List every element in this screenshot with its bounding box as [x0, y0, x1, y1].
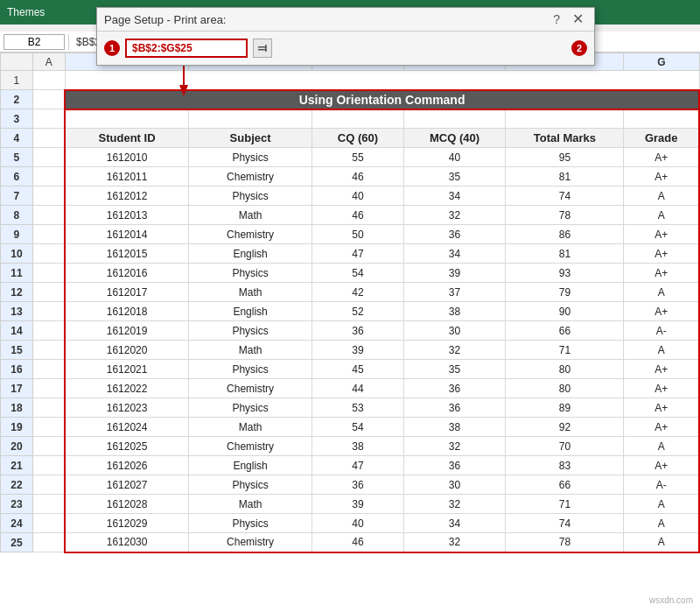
cell-a-15[interactable]: [32, 341, 65, 360]
cell-grade-10: A+: [624, 244, 699, 264]
table-row: 10 1612015 English 47 34 81 A+: [1, 244, 700, 264]
cell-subject-10: English: [188, 244, 312, 264]
row-header-7: 7: [1, 186, 33, 206]
table-row: 9 1612014 Chemistry 50 36 86 A+: [1, 225, 700, 244]
row-header-2: 2: [1, 90, 33, 109]
cell-a4[interactable]: [32, 129, 65, 148]
cell-mcq-8: 32: [403, 206, 506, 225]
cell-cq-8: 46: [312, 206, 403, 225]
cell-d3[interactable]: [312, 109, 403, 129]
row-header-17: 17: [1, 379, 33, 398]
cell-cq-21: 47: [312, 456, 403, 475]
collapse-button[interactable]: [253, 39, 272, 58]
header-grade: Grade: [624, 129, 699, 148]
header-total: Total Marks: [506, 129, 624, 148]
cell-total-10: 81: [506, 244, 624, 264]
cell-grade-9: A+: [624, 225, 699, 244]
cell-grade-6: A+: [624, 167, 699, 186]
cell-grade-23: A: [624, 495, 699, 514]
cell-e3[interactable]: [403, 109, 506, 129]
table-row: 11 1612016 Physics 54 39 93 A+: [1, 264, 700, 283]
cell-a-10[interactable]: [32, 244, 65, 264]
dialog-help-button[interactable]: ?: [550, 12, 564, 26]
table-row: 17 1612022 Chemistry 44 36 80 A+: [1, 379, 700, 398]
cell-a-12[interactable]: [32, 283, 65, 302]
cell-a-8[interactable]: [32, 206, 65, 225]
table-row: 18 1612023 Physics 53 36 89 A+: [1, 398, 700, 418]
cell-mcq-5: 40: [403, 148, 506, 167]
cell-mcq-12: 37: [403, 283, 506, 302]
col-header-a[interactable]: A: [32, 53, 65, 71]
cell-b3[interactable]: [65, 109, 188, 129]
row-header-15: 15: [1, 341, 33, 360]
cell-grade-19: A+: [624, 418, 699, 437]
cell-grade-22: A-: [624, 475, 699, 495]
table-row: 25 1612030 Chemistry 46 32 78 A: [1, 533, 700, 552]
row-header-21: 21: [1, 456, 33, 475]
cell-mcq-25: 32: [403, 533, 506, 552]
cell-subject-18: Physics: [188, 398, 312, 418]
cell-a1[interactable]: [32, 71, 65, 90]
cell-a-7[interactable]: [32, 186, 65, 206]
collapse-icon: [257, 43, 268, 53]
cell-subject-7: Physics: [188, 186, 312, 206]
cell-id-24: 1612029: [65, 514, 188, 533]
header-cq: CQ (60): [312, 129, 403, 148]
cell-g3[interactable]: [624, 109, 699, 129]
cell-cq-16: 45: [312, 360, 403, 379]
cell-a-19[interactable]: [32, 418, 65, 437]
cell-total-22: 66: [506, 475, 624, 495]
title-cell: Using Orientation Command: [65, 90, 699, 109]
header-student-id: Student ID: [65, 129, 188, 148]
cell-a-25[interactable]: [32, 533, 65, 552]
cell-total-25: 78: [506, 533, 624, 552]
table-row: 5 1612010 Physics 55 40 95 A+: [1, 148, 700, 167]
cell-a-13[interactable]: [32, 302, 65, 321]
cell-mcq-23: 32: [403, 495, 506, 514]
name-box[interactable]: [4, 34, 65, 50]
cell-mcq-19: 38: [403, 418, 506, 437]
cell-a-23[interactable]: [32, 495, 65, 514]
cell-f3[interactable]: [506, 109, 624, 129]
cell-cq-15: 39: [312, 341, 403, 360]
cell-total-5: 95: [506, 148, 624, 167]
cell-id-5: 1612010: [65, 148, 188, 167]
cell-c3[interactable]: [188, 109, 312, 129]
cell-a-14[interactable]: [32, 321, 65, 341]
cell-a-18[interactable]: [32, 398, 65, 418]
cell-a-5[interactable]: [32, 148, 65, 167]
cell-mcq-11: 39: [403, 264, 506, 283]
row-header-23: 23: [1, 495, 33, 514]
cell-a-17[interactable]: [32, 379, 65, 398]
cell-grade-12: A: [624, 283, 699, 302]
cell-grade-15: A: [624, 341, 699, 360]
cell-a-22[interactable]: [32, 475, 65, 495]
cell-a-11[interactable]: [32, 264, 65, 283]
cell-id-21: 1612026: [65, 456, 188, 475]
row-header-14: 14: [1, 321, 33, 341]
print-area-input[interactable]: [125, 39, 248, 58]
row-header-1: 1: [1, 71, 33, 90]
cell-a-24[interactable]: [32, 514, 65, 533]
table-row: 20 1612025 Chemistry 38 32 70 A: [1, 437, 700, 456]
dialog-close-button[interactable]: ✕: [569, 12, 587, 26]
col-header-g[interactable]: G: [624, 53, 699, 71]
cell-id-22: 1612027: [65, 475, 188, 495]
cell-a3[interactable]: [32, 109, 65, 129]
cell-id-16: 1612021: [65, 360, 188, 379]
row-header-5: 5: [1, 148, 33, 167]
cell-total-12: 79: [506, 283, 624, 302]
cell-cq-6: 46: [312, 167, 403, 186]
table-row: 7 1612012 Physics 40 34 74 A: [1, 186, 700, 206]
cell-a2[interactable]: [32, 90, 65, 109]
cell-a-6[interactable]: [32, 167, 65, 186]
cell-a-21[interactable]: [32, 456, 65, 475]
cell-total-19: 92: [506, 418, 624, 437]
cell-mcq-24: 34: [403, 514, 506, 533]
cell-a-9[interactable]: [32, 225, 65, 244]
table-row: 13 1612018 English 52 38 90 A+: [1, 302, 700, 321]
cell-grade-14: A-: [624, 321, 699, 341]
cell-b1[interactable]: [65, 71, 699, 90]
cell-a-16[interactable]: [32, 360, 65, 379]
cell-a-20[interactable]: [32, 437, 65, 456]
